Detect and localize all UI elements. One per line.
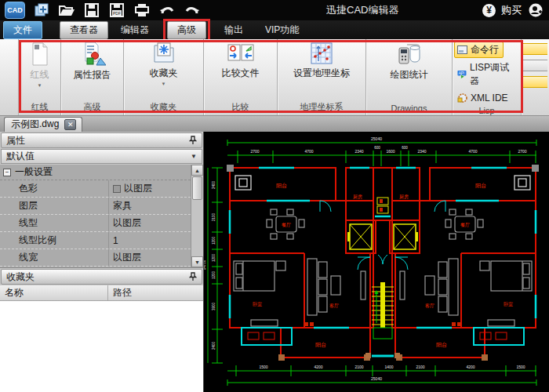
cad-editor-window: CAD PDF 迅捷CAD编辑器 ¥ 购买 bbox=[0, 0, 549, 392]
properties-panel-title: 属性 bbox=[6, 134, 25, 147]
menu-vip[interactable]: VIP功能 bbox=[256, 22, 308, 38]
new-drawing-icon[interactable] bbox=[33, 2, 50, 18]
title-bar: CAD PDF 迅捷CAD编辑器 ¥ 购买 bbox=[0, 0, 549, 20]
set-geo-coordinates-button[interactable]: 设置地理坐标 bbox=[290, 42, 353, 80]
room-label: 厨房 bbox=[399, 194, 409, 199]
app-logo[interactable]: CAD bbox=[5, 2, 25, 19]
menu-file[interactable]: 文件 bbox=[3, 21, 42, 39]
menu-editor[interactable]: 编辑器 bbox=[111, 22, 158, 38]
property-row-lineweight[interactable]: 线宽 以图层 bbox=[0, 249, 191, 267]
ribbon: 红线 ▼ 红线 属性报告 高级 收藏夹 ▼ bbox=[0, 39, 549, 116]
dim-label: 2340 bbox=[354, 149, 363, 154]
command-line-icon bbox=[457, 45, 467, 54]
tab-title: 示例图.dwg bbox=[11, 118, 59, 131]
favorites-panel-header[interactable]: 收藏夹 bbox=[1, 269, 202, 285]
redline-document-icon bbox=[28, 42, 52, 67]
menu-output[interactable]: 输出 bbox=[215, 22, 253, 38]
property-report-icon bbox=[79, 42, 106, 67]
drawing-statistics-button[interactable]: 绘图统计 bbox=[387, 42, 431, 82]
dim-label: 1400 bbox=[384, 365, 393, 369]
ribbon-group-label: 红线 bbox=[31, 100, 49, 114]
undo-icon[interactable] bbox=[158, 2, 176, 18]
ribbon-left-strip bbox=[0, 39, 19, 115]
room-label: 客厅 bbox=[425, 303, 434, 309]
clipped-highlight-button[interactable] bbox=[522, 76, 547, 88]
clipped-button[interactable] bbox=[522, 60, 547, 71]
property-row-color[interactable]: 色彩 以图层 bbox=[0, 180, 191, 198]
property-row-layer[interactable]: 图层 家具 bbox=[0, 198, 191, 215]
ribbon-group-clipped bbox=[522, 39, 547, 115]
dim-label: 25040 bbox=[371, 376, 382, 381]
compare-files-icon bbox=[227, 42, 255, 65]
room-label: 餐厅 bbox=[460, 222, 470, 227]
save-icon[interactable] bbox=[83, 2, 100, 18]
dim-label: 2100 bbox=[212, 212, 216, 221]
dim-label: 1600 bbox=[386, 149, 394, 154]
property-report-button[interactable]: 属性报告 bbox=[71, 42, 115, 82]
property-row-linetype-scale[interactable]: 线型比例 1 bbox=[0, 232, 191, 249]
properties-panel-header[interactable]: 属性 bbox=[1, 132, 202, 148]
scrollbar-thumb[interactable] bbox=[192, 176, 202, 200]
tab-sample-dwg[interactable]: 示例图.dwg ✕ bbox=[4, 117, 82, 132]
property-grid-scrollbar[interactable]: ▲ ▼ bbox=[191, 165, 203, 267]
ribbon-group-geo: 设置地理坐标 地理坐标系 bbox=[278, 39, 366, 115]
dim-label: 1200 bbox=[212, 270, 216, 279]
redo-icon[interactable] bbox=[184, 2, 201, 18]
clipped-highlight-button[interactable] bbox=[522, 43, 547, 55]
xml-ide-icon bbox=[457, 93, 467, 103]
xml-ide-button[interactable]: XML IDE bbox=[454, 91, 513, 105]
scroll-up-icon[interactable]: ▲ bbox=[191, 165, 203, 176]
ribbon-group-drawings: 绘图统计 Drawings bbox=[366, 39, 453, 115]
dim-label: 25040 bbox=[371, 136, 382, 141]
scroll-down-icon[interactable]: ▼ bbox=[191, 256, 203, 267]
geo-grid-icon bbox=[309, 42, 334, 65]
room-label: 客厅 bbox=[329, 303, 339, 309]
collapse-icon[interactable]: − bbox=[3, 169, 11, 176]
room-label: 餐厅 bbox=[282, 222, 291, 227]
left-panel: 属性 默认值 ▼ − 一般设置 色彩 以图层 bbox=[0, 132, 204, 392]
dim-label: 2700 bbox=[250, 149, 259, 154]
property-grid: − 一般设置 色彩 以图层 图层 家具 线型 以图层 bbox=[0, 165, 203, 268]
chevron-down-icon: ▼ bbox=[187, 153, 200, 160]
dim-label: 2400 bbox=[212, 180, 216, 189]
yen-icon[interactable]: ¥ bbox=[482, 4, 496, 17]
ribbon-group-label: Lisp bbox=[478, 105, 494, 117]
pin-icon[interactable] bbox=[189, 136, 197, 145]
property-row-linetype[interactable]: 线型 以图层 bbox=[0, 215, 191, 232]
window-title: 迅捷CAD编辑器 bbox=[326, 3, 474, 17]
dim-label: 600 bbox=[374, 146, 380, 150]
tab-close-icon[interactable]: ✕ bbox=[64, 119, 76, 130]
dim-label: 600 bbox=[402, 146, 408, 150]
drawing-viewport[interactable]: 25040 2700 4700 2340 600 1600 600 2340 4… bbox=[204, 132, 549, 392]
user-account-icon[interactable] bbox=[527, 2, 544, 18]
dim-label: 14700 bbox=[204, 260, 206, 270]
pin-icon[interactable] bbox=[189, 272, 197, 281]
dropdown-arrow-icon[interactable]: ▼ bbox=[38, 83, 42, 88]
compare-files-button[interactable]: 比较文件 bbox=[219, 42, 263, 80]
buy-button[interactable]: 购买 bbox=[501, 3, 522, 17]
ribbon-group-lisp: 命令行 API LISP调试器 XML IDE Lisp bbox=[453, 39, 522, 115]
dim-label: 4700 bbox=[304, 149, 313, 154]
dim-label: 4200 bbox=[466, 365, 474, 369]
open-file-icon[interactable] bbox=[58, 2, 75, 18]
menu-viewer[interactable]: 查看器 bbox=[60, 21, 108, 39]
ribbon-group-advanced: 属性报告 高级 bbox=[61, 39, 124, 115]
ribbon-group-favorites: 收藏夹 ▼ 收藏夹 bbox=[124, 39, 204, 115]
save-as-pdf-icon[interactable]: PDF bbox=[108, 2, 125, 18]
preset-dropdown[interactable]: 默认值 ▼ bbox=[1, 149, 202, 164]
menu-advanced[interactable]: 高级 bbox=[167, 21, 206, 39]
redline-button[interactable]: 红线 ▼ bbox=[25, 42, 55, 88]
column-path[interactable]: 路径 bbox=[108, 286, 203, 299]
dim-label: 4700 bbox=[468, 149, 477, 154]
lisp-debugger-button[interactable]: API LISP调试器 bbox=[454, 60, 519, 89]
section-general-settings[interactable]: − 一般设置 bbox=[0, 165, 191, 180]
ribbon-group-label: 高级 bbox=[84, 100, 101, 114]
dropdown-arrow-icon[interactable]: ▼ bbox=[162, 82, 166, 86]
ribbon-group-redline: 红线 ▼ 红线 bbox=[19, 39, 61, 115]
command-line-button[interactable]: 命令行 bbox=[454, 42, 504, 58]
print-icon[interactable] bbox=[133, 2, 151, 18]
dim-label: 1200 bbox=[212, 236, 216, 245]
column-name[interactable]: 名称 bbox=[0, 285, 108, 300]
favorites-button[interactable]: 收藏夹 ▼ bbox=[147, 42, 181, 86]
favorites-list-empty[interactable] bbox=[0, 301, 203, 392]
